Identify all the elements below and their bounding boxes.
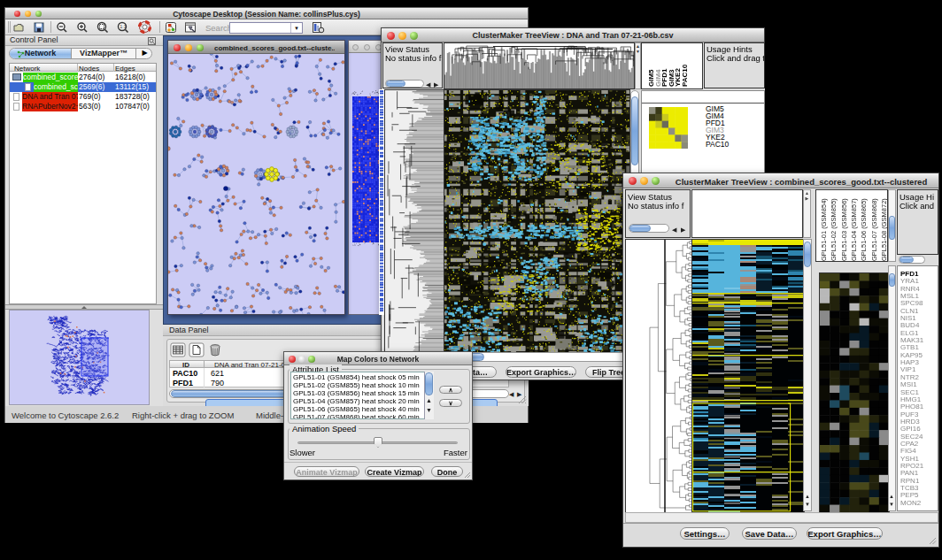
svg-text:1:1: 1:1 [120, 24, 127, 29]
